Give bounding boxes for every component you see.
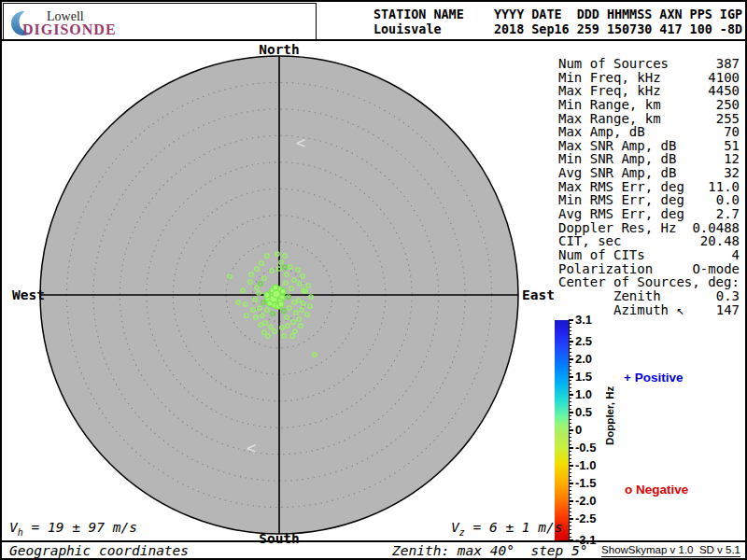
colorbar-minor-tick	[569, 409, 571, 410]
stat-value: 387	[716, 57, 740, 71]
skymap-svg: <<	[2, 41, 562, 543]
stat-row: Max SNR Amp, dB51	[558, 139, 740, 153]
colorbar-minor-tick	[569, 433, 571, 434]
source-point	[278, 301, 284, 307]
colorbar-minor-tick	[569, 391, 571, 392]
stat-row: CIT, sec20.48	[558, 234, 740, 248]
stat-value: O-mode	[692, 262, 740, 276]
colorbar-tick	[569, 518, 573, 520]
stat-label: Num of Sources	[558, 57, 669, 71]
colorbar-minor-tick	[569, 437, 571, 438]
colorbar-tick	[569, 539, 573, 541]
colorbar-tick	[569, 341, 573, 343]
colorbar-tick-label: -3.1	[575, 534, 613, 547]
colorbar-minor-tick	[569, 497, 571, 498]
colorbar-tick-label: -1.0	[575, 459, 613, 472]
colorbar-minor-tick	[569, 366, 571, 367]
compass-north-label: North	[242, 42, 317, 57]
colorbar-minor-tick	[569, 533, 571, 534]
stat-row: PolarizationO-mode	[558, 262, 740, 276]
stat-row: Avg SNR Amp, dB32	[558, 166, 740, 180]
colorbar-tick	[569, 358, 573, 360]
colorbar-tick-label: -2.5	[575, 512, 613, 525]
compass-south-label: South	[242, 531, 317, 546]
zenith-range-label: Zenith: max 40° step 5°	[392, 543, 588, 558]
stat-row: Center of Sources, deg:	[558, 275, 740, 289]
stat-value: 0.0488	[692, 221, 740, 235]
stat-row: Num of CITs4	[558, 248, 740, 262]
stat-value: 255	[716, 112, 740, 126]
colorbar-minor-tick	[569, 384, 571, 385]
colorbar-minor-tick	[569, 334, 571, 335]
colorbar-minor-tick	[569, 486, 571, 487]
colorbar-minor-tick	[569, 323, 571, 324]
colorbar-minor-tick	[569, 490, 571, 491]
colorbar-minor-tick	[569, 427, 571, 427]
software-version-label: ShowSkymap v 1.0 SD v 5.1	[601, 544, 740, 557]
stat-value: 147	[716, 303, 740, 317]
stat-label: Doppler Res, Hz	[558, 221, 676, 235]
stat-value: 20.48	[700, 234, 740, 248]
stat-row: Min Range, km250	[558, 98, 740, 112]
stat-row: Min RMS Err, deg0.0	[558, 193, 740, 207]
stat-label: Avg RMS Err, deg	[558, 207, 684, 221]
stat-value: 4450	[708, 84, 740, 98]
colorbar-minor-tick	[569, 373, 571, 374]
stat-label: Min Freq, kHz	[558, 71, 661, 85]
colorbar-tick	[569, 412, 573, 413]
colorbar-minor-tick	[569, 444, 571, 445]
stat-value: 0.3	[716, 289, 740, 303]
chevron-marker: <	[296, 133, 305, 152]
colorbar-minor-tick	[569, 511, 571, 512]
colorbar-tick-label: 1.0	[575, 388, 613, 401]
lowell-digisonde-logo: Lowell DIGISONDE	[3, 3, 317, 41]
station-header-columns: STATION NAME YYYY DATE DDD HHMMSS AXN PP…	[374, 7, 742, 21]
colorbar-minor-tick	[569, 455, 571, 455]
stat-label: Center of Sources, deg:	[558, 275, 740, 289]
colorbar-minor-tick	[569, 462, 571, 463]
colorbar-minor-tick	[569, 370, 571, 371]
colorbar-minor-tick	[569, 380, 571, 381]
colorbar-minor-tick	[569, 529, 571, 530]
stat-label: Max Amp, dB	[558, 125, 645, 139]
logo-text-digisonde: DIGISONDE	[22, 21, 117, 38]
colorbar-minor-tick	[569, 441, 571, 441]
colorbar-minor-tick	[569, 522, 571, 523]
stats-panel: Num of Sources387Min Freq, kHz4100Max Fr…	[558, 57, 740, 316]
source-point	[273, 285, 278, 290]
colorbar-tick	[569, 483, 573, 484]
colorbar-minor-tick	[569, 401, 571, 402]
colorbar-minor-tick	[569, 423, 571, 424]
stat-value: 32	[724, 166, 740, 180]
stat-label: Max SNR Amp, dB	[558, 139, 676, 153]
colorbar-minor-tick	[569, 451, 571, 452]
colorbar-minor-tick	[569, 504, 571, 505]
stat-value: 250	[716, 98, 740, 112]
stat-label: Min Range, km	[558, 98, 661, 112]
compass-east-label: East	[522, 287, 559, 302]
colorbar-tick-label: 1.5	[575, 371, 613, 384]
colorbar-minor-tick	[569, 508, 571, 509]
colorbar-tick-label: 2.5	[575, 335, 613, 348]
stat-value: 4	[732, 248, 740, 262]
colorbar-tick-label: 2.0	[575, 353, 613, 366]
colorbar-minor-tick	[569, 348, 571, 349]
stat-value: 0.0	[716, 193, 740, 207]
positive-doppler-legend: + Positive	[624, 371, 683, 385]
footer-divider	[2, 540, 745, 542]
coordinates-label: Geographic coordinates	[9, 543, 189, 558]
colorbar-tick-label: -0.5	[575, 441, 613, 455]
stat-label: Polarization	[558, 262, 653, 276]
stat-label: CIT, sec	[558, 234, 621, 248]
colorbar-minor-tick	[569, 415, 571, 416]
colorbar-tick	[569, 429, 573, 431]
stat-label: Max Range, km	[558, 112, 661, 126]
colorbar-minor-tick	[569, 469, 571, 469]
negative-doppler-legend: o Negative	[625, 483, 688, 497]
colorbar-minor-tick	[569, 362, 571, 363]
stat-value: 4100	[708, 71, 740, 85]
stat-row: Avg RMS Err, deg2.7	[558, 207, 740, 221]
stat-value: 51	[724, 139, 740, 153]
stat-label: Avg SNR Amp, dB	[558, 166, 676, 180]
stat-value: 70	[724, 125, 740, 139]
